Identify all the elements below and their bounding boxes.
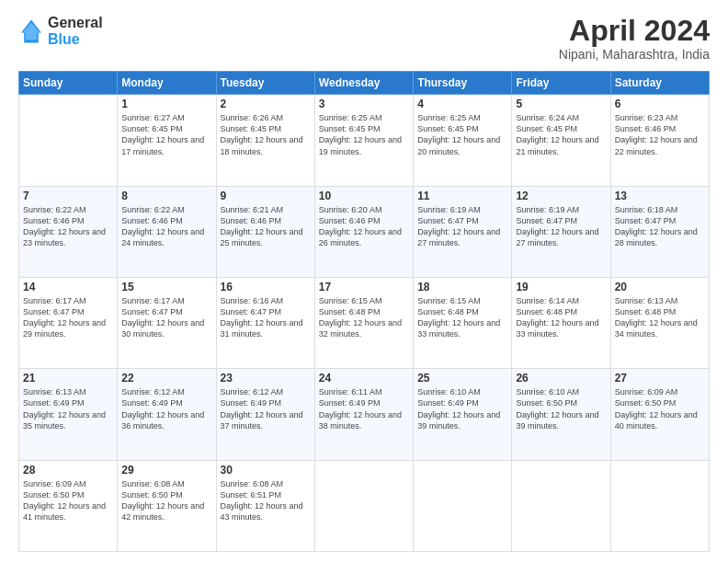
- logo-general: General: [48, 15, 103, 31]
- day-header-wednesday: Wednesday: [314, 72, 413, 95]
- day-info: Sunrise: 6:16 AMSunset: 6:47 PMDaylight:…: [221, 295, 311, 340]
- day-number: 13: [615, 190, 705, 202]
- day-info: Sunrise: 6:08 AMSunset: 6:50 PMDaylight:…: [121, 478, 211, 523]
- title-block: April 2024 Nipani, Maharashtra, India: [559, 15, 710, 62]
- calendar-cell: 1Sunrise: 6:27 AMSunset: 6:45 PMDaylight…: [118, 95, 216, 186]
- day-number: 20: [615, 281, 705, 293]
- day-header-monday: Monday: [118, 72, 216, 95]
- day-info: Sunrise: 6:25 AMSunset: 6:45 PMDaylight:…: [417, 112, 507, 157]
- day-info: Sunrise: 6:09 AMSunset: 6:50 PMDaylight:…: [23, 478, 113, 523]
- day-info: Sunrise: 6:10 AMSunset: 6:50 PMDaylight:…: [516, 386, 606, 431]
- calendar-cell: 10Sunrise: 6:20 AMSunset: 6:46 PMDayligh…: [314, 186, 413, 277]
- day-number: 8: [121, 190, 211, 202]
- day-info: Sunrise: 6:20 AMSunset: 6:46 PMDaylight:…: [319, 204, 409, 249]
- month-title: April 2024: [559, 15, 710, 47]
- calendar-cell: 12Sunrise: 6:19 AMSunset: 6:47 PMDayligh…: [512, 186, 610, 277]
- day-info: Sunrise: 6:17 AMSunset: 6:47 PMDaylight:…: [121, 295, 211, 340]
- day-number: 25: [417, 372, 507, 385]
- day-number: 6: [615, 98, 705, 110]
- calendar-week-row: 1Sunrise: 6:27 AMSunset: 6:45 PMDaylight…: [19, 95, 710, 186]
- day-number: 23: [221, 372, 311, 385]
- day-info: Sunrise: 6:10 AMSunset: 6:49 PMDaylight:…: [417, 386, 507, 431]
- day-info: Sunrise: 6:08 AMSunset: 6:51 PMDaylight:…: [221, 478, 311, 523]
- calendar-week-row: 28Sunrise: 6:09 AMSunset: 6:50 PMDayligh…: [19, 460, 710, 551]
- calendar-cell: [314, 460, 413, 551]
- calendar-cell: 7Sunrise: 6:22 AMSunset: 6:46 PMDaylight…: [19, 186, 118, 277]
- day-info: Sunrise: 6:19 AMSunset: 6:47 PMDaylight:…: [417, 204, 507, 249]
- day-info: Sunrise: 6:18 AMSunset: 6:47 PMDaylight:…: [615, 204, 705, 249]
- day-number: 24: [319, 372, 409, 385]
- calendar-cell: 15Sunrise: 6:17 AMSunset: 6:47 PMDayligh…: [118, 277, 216, 368]
- day-info: Sunrise: 6:27 AMSunset: 6:45 PMDaylight:…: [121, 112, 211, 157]
- day-info: Sunrise: 6:14 AMSunset: 6:48 PMDaylight:…: [516, 295, 606, 340]
- calendar-cell: 17Sunrise: 6:15 AMSunset: 6:48 PMDayligh…: [314, 277, 413, 368]
- day-number: 5: [516, 98, 606, 110]
- calendar-cell: 13Sunrise: 6:18 AMSunset: 6:47 PMDayligh…: [610, 186, 709, 277]
- day-info: Sunrise: 6:11 AMSunset: 6:49 PMDaylight:…: [319, 386, 409, 431]
- calendar-table: SundayMondayTuesdayWednesdayThursdayFrid…: [18, 71, 710, 552]
- calendar-week-row: 7Sunrise: 6:22 AMSunset: 6:46 PMDaylight…: [19, 186, 710, 277]
- day-number: 1: [121, 98, 211, 110]
- calendar-cell: 18Sunrise: 6:15 AMSunset: 6:48 PMDayligh…: [414, 277, 512, 368]
- day-header-friday: Friday: [512, 72, 610, 95]
- day-info: Sunrise: 6:17 AMSunset: 6:47 PMDaylight:…: [23, 295, 113, 340]
- day-info: Sunrise: 6:13 AMSunset: 6:48 PMDaylight:…: [615, 295, 705, 340]
- calendar-header-row: SundayMondayTuesdayWednesdayThursdayFrid…: [19, 72, 710, 95]
- day-header-sunday: Sunday: [19, 72, 118, 95]
- logo: General Blue: [18, 15, 103, 47]
- calendar-cell: 19Sunrise: 6:14 AMSunset: 6:48 PMDayligh…: [512, 277, 610, 368]
- day-number: 15: [121, 281, 211, 293]
- day-info: Sunrise: 6:15 AMSunset: 6:48 PMDaylight:…: [319, 295, 409, 340]
- calendar-week-row: 14Sunrise: 6:17 AMSunset: 6:47 PMDayligh…: [19, 277, 710, 368]
- day-info: Sunrise: 6:12 AMSunset: 6:49 PMDaylight:…: [221, 386, 311, 431]
- calendar-cell: 14Sunrise: 6:17 AMSunset: 6:47 PMDayligh…: [19, 277, 118, 368]
- day-number: 19: [516, 281, 606, 293]
- day-header-thursday: Thursday: [414, 72, 512, 95]
- calendar-cell: 2Sunrise: 6:26 AMSunset: 6:45 PMDaylight…: [216, 95, 314, 186]
- day-number: 26: [516, 372, 606, 385]
- day-number: 11: [417, 190, 507, 202]
- day-info: Sunrise: 6:13 AMSunset: 6:49 PMDaylight:…: [23, 386, 113, 431]
- calendar-cell: 26Sunrise: 6:10 AMSunset: 6:50 PMDayligh…: [512, 369, 610, 460]
- day-info: Sunrise: 6:19 AMSunset: 6:47 PMDaylight:…: [516, 204, 606, 249]
- calendar-cell: 5Sunrise: 6:24 AMSunset: 6:45 PMDaylight…: [512, 95, 610, 186]
- calendar-cell: 9Sunrise: 6:21 AMSunset: 6:46 PMDaylight…: [216, 186, 314, 277]
- calendar-cell: 8Sunrise: 6:22 AMSunset: 6:46 PMDaylight…: [118, 186, 216, 277]
- day-info: Sunrise: 6:24 AMSunset: 6:45 PMDaylight:…: [516, 112, 606, 157]
- day-number: 18: [417, 281, 507, 293]
- calendar-cell: 20Sunrise: 6:13 AMSunset: 6:48 PMDayligh…: [610, 277, 709, 368]
- day-number: 17: [319, 281, 409, 293]
- day-info: Sunrise: 6:26 AMSunset: 6:45 PMDaylight:…: [221, 112, 311, 157]
- day-number: 4: [417, 98, 507, 110]
- day-header-tuesday: Tuesday: [216, 72, 314, 95]
- calendar-cell: 21Sunrise: 6:13 AMSunset: 6:49 PMDayligh…: [19, 369, 118, 460]
- day-number: 14: [23, 281, 113, 293]
- day-info: Sunrise: 6:25 AMSunset: 6:45 PMDaylight:…: [319, 112, 409, 157]
- header: General Blue April 2024 Nipani, Maharash…: [18, 15, 710, 62]
- day-info: Sunrise: 6:09 AMSunset: 6:50 PMDaylight:…: [615, 386, 705, 431]
- calendar-cell: 6Sunrise: 6:23 AMSunset: 6:46 PMDaylight…: [610, 95, 709, 186]
- calendar-cell: 28Sunrise: 6:09 AMSunset: 6:50 PMDayligh…: [19, 460, 118, 551]
- day-header-saturday: Saturday: [610, 72, 709, 95]
- day-info: Sunrise: 6:12 AMSunset: 6:49 PMDaylight:…: [121, 386, 211, 431]
- calendar-week-row: 21Sunrise: 6:13 AMSunset: 6:49 PMDayligh…: [19, 369, 710, 460]
- day-info: Sunrise: 6:22 AMSunset: 6:46 PMDaylight:…: [121, 204, 211, 249]
- calendar-cell: 22Sunrise: 6:12 AMSunset: 6:49 PMDayligh…: [118, 369, 216, 460]
- day-number: 10: [319, 190, 409, 202]
- calendar-cell: 27Sunrise: 6:09 AMSunset: 6:50 PMDayligh…: [610, 369, 709, 460]
- day-number: 30: [221, 464, 311, 477]
- day-number: 27: [615, 372, 705, 385]
- page: General Blue April 2024 Nipani, Maharash…: [0, 0, 728, 563]
- logo-blue: Blue: [48, 31, 103, 48]
- day-number: 3: [319, 98, 409, 110]
- day-number: 22: [121, 372, 211, 385]
- logo-icon: [18, 18, 44, 44]
- day-number: 2: [221, 98, 311, 110]
- calendar-cell: 16Sunrise: 6:16 AMSunset: 6:47 PMDayligh…: [216, 277, 314, 368]
- day-number: 21: [23, 372, 113, 385]
- day-number: 9: [221, 190, 311, 202]
- calendar-cell: 29Sunrise: 6:08 AMSunset: 6:50 PMDayligh…: [118, 460, 216, 551]
- day-number: 29: [121, 464, 211, 477]
- calendar-cell: [19, 95, 118, 186]
- day-info: Sunrise: 6:21 AMSunset: 6:46 PMDaylight:…: [221, 204, 311, 249]
